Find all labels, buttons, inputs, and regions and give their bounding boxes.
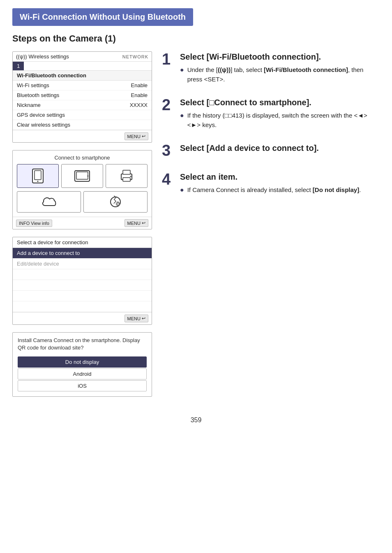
smartphone-icon-cell[interactable] (17, 164, 59, 188)
menu-item-wifi-settings[interactable]: Wi-Fi settings Enable (13, 81, 152, 90)
screen1-tab-row: 1 (13, 62, 152, 71)
device-list-item-edit[interactable]: Edit/delete device (13, 259, 152, 269)
wifi-symbol-icon: ((ψ)) (16, 53, 27, 60)
step-3-number: 3 (162, 143, 174, 158)
svg-point-12 (118, 204, 119, 205)
page-title-box: Wi-Fi Connection Without Using Bluetooth (12, 8, 193, 26)
step-4: 4 Select an item. ● If Camera Connect is… (162, 171, 380, 195)
right-column: 1 Select [Wi-Fi/Bluetooth connection]. ●… (162, 51, 380, 404)
screen1-menu: Wi-Fi/Bluetooth connection Wi-Fi setting… (13, 71, 152, 130)
screen3-menu-button[interactable]: MENU ↩ (125, 315, 148, 322)
back-arrow3-icon: ↩ (142, 316, 145, 321)
step-1: 1 Select [Wi-Fi/Bluetooth connection]. ●… (162, 51, 380, 84)
main-layout: ((ψ)) Wireless settings NETWORK 1 Wi-Fi/… (12, 51, 380, 404)
step-4-title: Select an item. (180, 171, 380, 182)
bluetooth-icon-cell[interactable] (83, 191, 148, 213)
screen1-header-label: Wireless settings (29, 53, 69, 60)
screen4-body: Install Camera Connect on the smartphone… (13, 333, 152, 396)
screen2-menu-button[interactable]: MENU ↩ (125, 219, 148, 227)
bullet-dot-4-icon: ● (180, 186, 184, 194)
device-list-item-4 (13, 280, 152, 291)
step-1-title: Select [Wi-Fi/Bluetooth connection]. (180, 51, 380, 62)
left-column: ((ψ)) Wireless settings NETWORK 1 Wi-Fi/… (12, 51, 152, 404)
screen-connect-smartphone: Connect to smartphone (12, 150, 152, 229)
printer-icon-cell[interactable] (106, 164, 148, 188)
option-do-not-display[interactable]: Do not display (18, 356, 147, 368)
step-1-content: Select [Wi-Fi/Bluetooth connection]. ● U… (180, 51, 380, 84)
back-arrow-icon: ↩ (142, 134, 145, 139)
svg-point-2 (37, 181, 39, 182)
step-1-bullet-1: ● Under the [((ψ))] tab, select [Wi-Fi/B… (180, 65, 380, 84)
screen2-icon-grid (17, 164, 148, 188)
svg-rect-7 (123, 170, 130, 174)
screen2-title: Connect to smartphone (17, 155, 148, 161)
option-android[interactable]: Android (18, 368, 147, 379)
screen-install-camera-connect: Install Camera Connect on the smartphone… (12, 332, 152, 397)
screen1-header: ((ψ)) Wireless settings NETWORK (13, 52, 152, 62)
screen1-menu-button[interactable]: MENU ↩ (125, 132, 148, 140)
screen2-body: Connect to smartphone (13, 150, 152, 217)
screen3-device-list: Add a device to connect to Edit/delete d… (13, 248, 152, 312)
step-4-content: Select an item. ● If Camera Connect is a… (180, 171, 380, 195)
step-2-title: Select [□Connect to smartphone]. (180, 97, 380, 108)
svg-point-5 (88, 176, 89, 177)
screen3-header-text: Select a device for connection (13, 237, 152, 248)
screen2-info-button[interactable]: INFO View info (16, 220, 52, 227)
screen-wireless-settings: ((ψ)) Wireless settings NETWORK 1 Wi-Fi/… (12, 51, 152, 143)
screen1-footer: MENU ↩ (13, 130, 152, 142)
step-4-number: 4 (162, 171, 174, 187)
screen2-footer: INFO View info MENU ↩ (13, 217, 152, 229)
network-badge: NETWORK (122, 54, 148, 59)
bullet-dot-2-icon: ● (180, 112, 184, 119)
step-2-content: Select [□Connect to smartphone]. ● If th… (180, 97, 380, 130)
step-4-desc: If Camera Connect is already installed, … (187, 185, 361, 195)
screen4-option-list: Do not display Android iOS (18, 356, 147, 391)
menu-item-clear-wireless[interactable]: Clear wireless settings (13, 120, 152, 130)
section-heading: Steps on the Camera (1) (12, 33, 380, 44)
screen-device-select: Select a device for connection Add a dev… (12, 237, 152, 325)
step-2: 2 Select [□Connect to smartphone]. ● If … (162, 97, 380, 130)
svg-rect-4 (76, 172, 88, 179)
svg-rect-8 (123, 178, 130, 181)
device-list-item-6 (13, 301, 152, 312)
option-ios[interactable]: iOS (18, 380, 147, 391)
tablet-icon-cell[interactable] (61, 164, 103, 188)
step-2-desc: If the history (□□413) is displayed, swi… (187, 111, 380, 130)
menu-item-nickname[interactable]: Nickname XXXXX (13, 100, 152, 110)
screen1-tab-num: 1 (13, 62, 24, 70)
screen2-icon-grid-2 (17, 191, 148, 213)
menu-item-wifi-bt-connection[interactable]: Wi-Fi/Bluetooth connection (13, 71, 152, 81)
svg-rect-1 (35, 171, 41, 180)
bullet-dot-icon: ● (180, 66, 184, 74)
step-3: 3 Select [Add a device to connect to]. (162, 143, 380, 158)
step-2-bullet-1: ● If the history (□□413) is displayed, s… (180, 111, 380, 130)
step-4-bullet-1: ● If Camera Connect is already installed… (180, 185, 380, 195)
step-2-number: 2 (162, 97, 174, 113)
device-list-item-add[interactable]: Add a device to connect to (13, 248, 152, 259)
cloud-icon-cell[interactable] (17, 191, 81, 213)
menu-item-gps-device[interactable]: GPS device settings (13, 110, 152, 120)
step-3-content: Select [Add a device to connect to]. (180, 143, 380, 157)
menu-item-bluetooth-settings[interactable]: Bluetooth settings Enable (13, 90, 152, 100)
page-title: Wi-Fi Connection Without Using Bluetooth (20, 12, 186, 21)
device-list-item-3 (13, 269, 152, 280)
device-list-item-5 (13, 291, 152, 301)
page-number: 359 (12, 416, 380, 424)
screen4-install-title: Install Camera Connect on the smartphone… (18, 337, 147, 352)
step-1-number: 1 (162, 51, 174, 67)
screen3-footer: MENU ↩ (13, 312, 152, 324)
back-arrow2-icon: ↩ (142, 220, 145, 226)
step-3-title: Select [Add a device to connect to]. (180, 143, 380, 153)
step-1-desc: Under the [((ψ))] tab, select [Wi-Fi/Blu… (187, 65, 380, 84)
svg-point-9 (130, 176, 131, 177)
